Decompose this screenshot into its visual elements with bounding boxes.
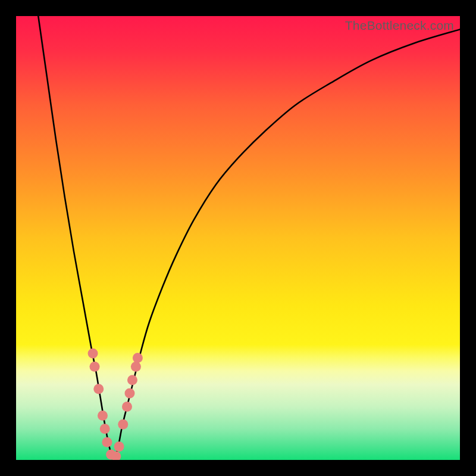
data-marker xyxy=(131,362,141,372)
data-marker xyxy=(88,348,98,358)
data-marker xyxy=(93,384,104,394)
data-marker xyxy=(122,402,132,412)
marker-group xyxy=(88,348,143,460)
data-marker xyxy=(90,362,100,372)
data-marker xyxy=(98,411,108,421)
data-marker xyxy=(100,424,110,434)
plot-area: TheBottleneck.com xyxy=(16,16,460,460)
data-marker xyxy=(127,375,137,385)
data-marker xyxy=(124,389,134,399)
outer-black-frame: TheBottleneck.com xyxy=(0,0,476,476)
data-marker xyxy=(133,353,143,363)
bottleneck-curve xyxy=(38,16,460,460)
data-marker xyxy=(102,437,112,447)
data-marker xyxy=(114,441,124,452)
chart-svg xyxy=(16,16,460,460)
data-marker xyxy=(118,419,128,430)
